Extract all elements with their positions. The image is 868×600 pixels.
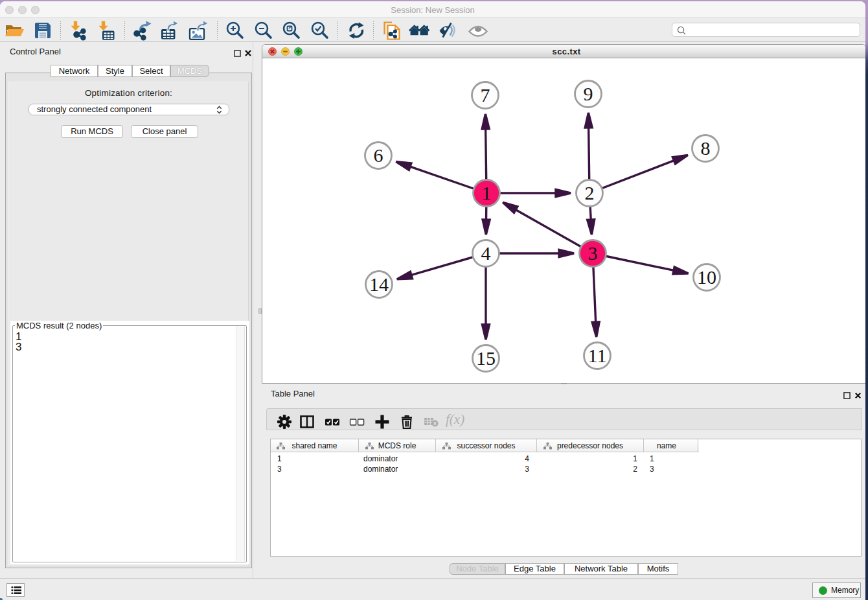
- svg-text:1: 1: [482, 182, 492, 203]
- svg-text:10: 10: [697, 266, 716, 288]
- svg-text:8: 8: [701, 137, 711, 159]
- svg-text:3: 3: [588, 242, 598, 264]
- svg-text:2: 2: [585, 182, 595, 203]
- svg-text:11: 11: [588, 345, 607, 366]
- svg-text:15: 15: [476, 347, 496, 369]
- svg-text:6: 6: [374, 144, 383, 166]
- svg-text:9: 9: [584, 83, 593, 104]
- svg-text:4: 4: [481, 242, 491, 264]
- svg-text:7: 7: [481, 84, 490, 106]
- svg-text:14: 14: [369, 273, 389, 295]
